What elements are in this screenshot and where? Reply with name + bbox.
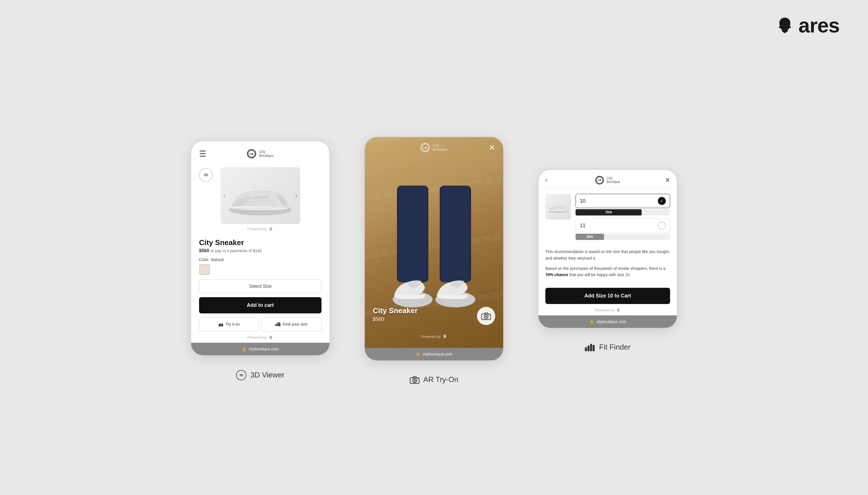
phone3-label: Fit Finder <box>585 343 631 352</box>
snap-ghost-small-3 <box>442 334 447 339</box>
back-button[interactable]: ‹ <box>545 176 547 184</box>
product-price: $560 or pay in 4 payments of $140 <box>199 248 321 253</box>
size-10-bar: 70% <box>575 209 641 216</box>
phone2-brand: CB City Boutique <box>421 143 447 152</box>
phone3-brand-icon: CB <box>595 176 604 185</box>
try-it-on-button[interactable]: 📷 Try it on <box>199 318 259 331</box>
brand-icon-cb: CB <box>247 149 256 158</box>
phone3-url-bar: 🔒 cityboutique.com <box>538 315 677 328</box>
product-name: City Sneaker <box>199 238 321 247</box>
size-10-number: 10 <box>580 198 658 204</box>
bars-label-icon <box>585 343 595 351</box>
phone1-brand: CB City Boutique <box>247 149 273 158</box>
phone1-wrapper: ☰ CB City Boutique <box>190 141 330 380</box>
svg-rect-17 <box>398 186 427 283</box>
size-10-option: 10 ✓ 70% <box>575 194 670 216</box>
phone1-viewer-area: 3D <box>191 161 330 234</box>
phones-container: ☰ CB City Boutique <box>0 25 868 495</box>
svg-text:CB: CB <box>249 152 253 155</box>
svg-rect-33 <box>585 347 587 351</box>
recommendation-text: This recommendation is based on the size… <box>538 249 677 288</box>
phone1-label: 3D 3D Viewer <box>236 370 284 380</box>
size-11-bar: 30% <box>575 234 604 240</box>
svg-text:CB: CB <box>598 179 601 182</box>
3d-label-icon: 3D <box>236 370 246 380</box>
size-11-number: 11 <box>580 223 658 228</box>
3d-badge[interactable]: 3D <box>199 168 213 182</box>
phone2-product-label: City Sneaker $560 <box>373 306 418 322</box>
phone2-frame: CB City Boutique ✕ <box>364 137 504 361</box>
svg-rect-8 <box>276 324 277 326</box>
size-11-option: 11 30% <box>575 218 670 240</box>
svg-rect-34 <box>587 345 589 351</box>
phone2-product-price: $560 <box>373 316 418 322</box>
svg-rect-36 <box>592 345 595 351</box>
color-swatch-natural[interactable] <box>199 264 210 275</box>
bars-icon-small <box>276 322 281 327</box>
add-to-cart-button[interactable]: Add to cart <box>199 297 321 313</box>
next-arrow[interactable]: › <box>295 192 297 199</box>
phone1-frame: ☰ CB City Boutique <box>190 141 330 356</box>
svg-rect-9 <box>277 323 278 326</box>
svg-text:CB: CB <box>423 146 427 149</box>
ar-background: CB City Boutique ✕ <box>365 137 503 348</box>
svg-rect-35 <box>590 344 592 351</box>
snap-ghost-small-4 <box>616 308 620 312</box>
svg-point-28 <box>414 380 416 381</box>
size-10-progress: 70% <box>575 209 670 216</box>
svg-rect-19 <box>441 186 470 283</box>
rec-text-2: Based on the purchases of thousands of s… <box>545 265 670 278</box>
svg-line-4 <box>257 197 258 199</box>
hamburger-icon[interactable]: ☰ <box>199 149 206 158</box>
shoe-thumbnail <box>545 194 571 220</box>
phone2-label: AR Try-On <box>410 375 458 384</box>
phone1-action-buttons: 📷 Try it on Find your size <box>199 318 321 331</box>
svg-point-25 <box>489 315 489 316</box>
select-size-button[interactable]: Select Size <box>199 279 321 293</box>
phone3-brand: CB City Boutique <box>595 176 620 185</box>
color-label: Color: Natural <box>199 257 321 262</box>
phone1-product-info: City Sneaker $560 or pay in 4 payments o… <box>191 234 330 275</box>
phone2-powered: Powered by <box>421 334 447 339</box>
add-size-10-to-cart-button[interactable]: Add Size 10 to Cart <box>545 288 670 304</box>
size-11-progress: 30% <box>575 234 670 240</box>
camera-capture-button[interactable] <box>477 307 495 325</box>
phone2-url-bar: 🔒 cityboutique.com <box>365 348 503 360</box>
phone1-url-bar: 🔒 cityboutique.com <box>191 343 330 355</box>
camera-icon <box>481 312 491 320</box>
phone3-frame: ‹ CB City Boutique ✕ <box>538 169 678 328</box>
svg-rect-11 <box>279 323 281 326</box>
svg-line-5 <box>261 196 261 198</box>
camera-icon-small: 📷 <box>218 322 223 326</box>
phone2-product-name: City Sneaker <box>373 306 418 315</box>
phone3-close-button[interactable]: ✕ <box>665 176 670 184</box>
size-11-row[interactable]: 11 <box>575 218 670 233</box>
size-11-radio <box>658 221 666 229</box>
snap-ghost-small-1 <box>269 227 273 232</box>
find-your-size-button[interactable]: Find your size <box>262 318 321 331</box>
camera-label-icon <box>410 376 419 384</box>
size-options: 10 ✓ 70% 11 30% <box>575 194 670 243</box>
svg-rect-10 <box>278 322 279 326</box>
lock-icon-1: 🔒 <box>242 347 247 351</box>
phone1-brand-name: City Boutique <box>259 150 273 158</box>
phone1-powered-bottom: Powered by <box>191 335 330 340</box>
rec-text-1: This recommendation is based on the size… <box>545 249 670 261</box>
phone2-brand-icon: CB <box>421 143 430 152</box>
phone1-powered-top: Powered by <box>248 227 273 232</box>
phone1-header: ☰ CB City Boutique <box>191 141 330 161</box>
phone3-header: ‹ CB City Boutique ✕ <box>538 170 677 188</box>
svg-line-7 <box>267 197 267 198</box>
phone3-powered: Powered by <box>538 308 677 312</box>
size-10-checkmark: ✓ <box>658 197 666 205</box>
prev-arrow[interactable]: ‹ <box>223 192 225 199</box>
size-10-row[interactable]: 10 ✓ <box>575 194 670 208</box>
phone2-header: CB City Boutique ✕ <box>365 137 503 158</box>
phone3-wrapper: ‹ CB City Boutique ✕ <box>538 169 678 352</box>
lock-icon-3: 🔒 <box>589 319 594 324</box>
svg-point-24 <box>485 316 487 318</box>
phone2-close-button[interactable]: ✕ <box>489 143 495 152</box>
snap-ghost-small-2 <box>269 335 273 340</box>
phone2-wrapper: CB City Boutique ✕ <box>364 137 504 384</box>
legs-svg <box>391 186 477 322</box>
